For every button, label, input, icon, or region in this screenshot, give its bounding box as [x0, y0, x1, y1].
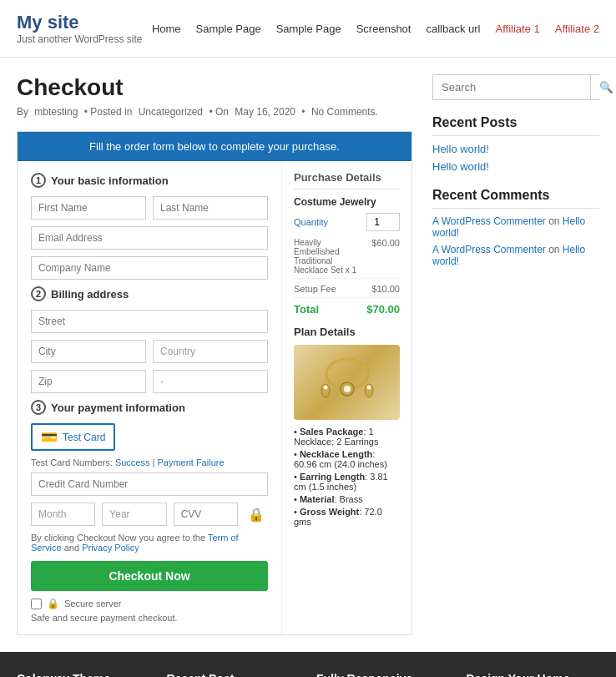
main-nav: Home Sample Page Sample Page Screenshot … — [152, 23, 599, 35]
quantity-row: Quantity — [294, 213, 400, 231]
email-row — [31, 226, 268, 250]
quantity-input[interactable] — [366, 213, 400, 231]
billing-title: Billing address — [51, 288, 129, 301]
jewelry-svg — [314, 349, 381, 416]
month-select[interactable]: Month — [31, 503, 95, 526]
secure-row: 🔒 Secure server — [31, 598, 268, 609]
nav-affiliate1[interactable]: Affiliate 1 — [496, 23, 540, 35]
recent-comments-heading: Recent Comments — [432, 188, 599, 209]
product-price: $60.00 — [371, 238, 400, 275]
svg-point-9 — [345, 357, 349, 361]
payment-method-btn[interactable]: 💳 Test Card — [31, 423, 115, 451]
first-name-input[interactable] — [31, 196, 146, 220]
cc-number-input[interactable] — [31, 472, 268, 496]
city-input[interactable] — [31, 340, 146, 363]
nav-sample1[interactable]: Sample Page — [196, 23, 261, 35]
checkout-body: 1 Your basic information — [18, 161, 412, 634]
site-tagline: Just another WordPress site — [17, 33, 143, 45]
meta-comments-sep: • — [301, 106, 308, 118]
city-country-row: Country — [31, 340, 268, 363]
cvv-icon: 🔒 — [245, 503, 268, 526]
site-header: My site Just another WordPress site Home… — [0, 0, 616, 58]
search-button[interactable]: 🔍 — [590, 75, 616, 99]
footer-col-1: Colorway Theme Footer is widgetized. To … — [17, 672, 150, 677]
year-select[interactable]: Year — [102, 503, 166, 526]
test-card-text: Test Card Numbers: Success | Payment Fai… — [31, 457, 268, 467]
zip-select[interactable]: - — [153, 370, 268, 393]
comment-1: A WordPress Commenter on Hello world! — [432, 215, 599, 239]
setup-fee-row: Setup Fee $10.00 — [294, 278, 400, 294]
meta-author: mbtesting — [34, 106, 78, 118]
svg-point-10 — [353, 359, 357, 363]
jewelry-image — [294, 345, 400, 420]
feature-earring-length: Earring Length: 3.81 cm (1.5 inches) — [294, 472, 400, 492]
failure-link[interactable]: Payment Failure — [157, 457, 224, 467]
footer-col2-heading: Recent Post — [167, 672, 300, 677]
payment-title: Your payment information — [51, 402, 185, 414]
nav-home[interactable]: Home — [152, 23, 181, 35]
section-number-3: 3 — [31, 400, 46, 415]
product-description: Heavily Embellished Traditional Necklace… — [294, 238, 368, 275]
product-name: Costume Jewelry — [294, 196, 400, 208]
content-wrapper: Checkout By mbtesting • Posted in Uncate… — [0, 58, 616, 652]
total-row: Total $70.00 — [294, 297, 400, 316]
commenter-2[interactable]: A WordPress Commenter — [432, 244, 546, 255]
cc-number-row — [31, 472, 268, 496]
page-title: Checkout — [17, 74, 412, 101]
svg-point-4 — [323, 386, 327, 390]
street-row — [31, 310, 268, 333]
nav-screenshot[interactable]: Screenshot — [356, 23, 412, 35]
recent-post-1[interactable]: Hello world! — [432, 143, 599, 155]
meta-on: • On — [209, 106, 231, 118]
svg-point-11 — [361, 366, 366, 370]
secure-checkbox[interactable] — [31, 599, 42, 609]
meta-category: Uncategorized — [139, 106, 203, 118]
total-label: Total — [294, 303, 319, 316]
zip-input[interactable] — [31, 370, 146, 393]
feature-material: Material: Brass — [294, 494, 400, 504]
last-name-input[interactable] — [153, 196, 268, 220]
main-content: Checkout By mbtesting • Posted in Uncate… — [17, 74, 412, 635]
site-footer: Colorway Theme Footer is widgetized. To … — [0, 652, 616, 677]
commenter-1[interactable]: A WordPress Commenter — [432, 215, 546, 227]
checkout-now-button[interactable]: Checkout Now — [31, 561, 268, 591]
checkout-header-text: Fill the order form below to complete yo… — [89, 140, 340, 153]
country-select[interactable]: Country — [153, 340, 268, 363]
section-number-1: 1 — [31, 173, 46, 188]
setup-fee: $10.00 — [371, 284, 400, 294]
nav-affiliate2[interactable]: Affiliate 2 — [555, 23, 599, 35]
footer-col-2: Recent Post Worth A Thousand Words Categ… — [167, 672, 300, 677]
company-input[interactable] — [31, 256, 268, 280]
card-icon: 💳 — [41, 429, 58, 445]
street-input[interactable] — [31, 310, 268, 333]
checkout-box: Fill the order form below to complete yo… — [17, 131, 412, 635]
footer-col1-heading: Colorway Theme — [17, 672, 150, 677]
basic-info-heading: 1 Your basic information — [31, 173, 268, 188]
payment-method-label: Test Card — [63, 432, 105, 443]
recent-post-2[interactable]: Hello world! — [432, 160, 599, 173]
site-name: My site — [17, 12, 143, 33]
setup-fee-label: Setup Fee — [294, 284, 336, 294]
meta-date: May 16, 2020 — [235, 106, 295, 118]
success-link[interactable]: Success — [115, 457, 150, 467]
nav-sample2[interactable]: Sample Page — [276, 23, 341, 35]
section-number-2: 2 — [31, 286, 46, 301]
privacy-link[interactable]: Privacy Policy — [82, 543, 139, 553]
footer-col4-heading: Design Your Home — [467, 672, 600, 677]
cvv-input[interactable] — [174, 503, 238, 526]
feature-sales: Sales Package: 1 Necklace; 2 Earrings — [294, 427, 400, 447]
payment-heading: 3 Your payment information — [31, 400, 268, 415]
footer-col3-heading: Fully Responsive — [316, 672, 450, 677]
recent-comments-section: Recent Comments A WordPress Commenter on… — [432, 188, 599, 267]
nav-callback[interactable]: callback url — [426, 23, 480, 35]
company-row — [31, 256, 268, 280]
recent-posts-section: Recent Posts Hello world! Hello world! — [432, 115, 599, 173]
sidebar: 🔍 Recent Posts Hello world! Hello world!… — [432, 74, 599, 635]
basic-info-title: Your basic information — [51, 174, 169, 187]
email-input[interactable] — [31, 226, 268, 250]
recent-posts-heading: Recent Posts — [432, 115, 599, 136]
search-input[interactable] — [433, 75, 590, 99]
purchase-details: Purchase Details Costume Jewelry Quantit… — [282, 161, 412, 634]
meta-by: By — [17, 106, 28, 118]
checkout-header-bar: Fill the order form below to complete yo… — [18, 132, 412, 161]
